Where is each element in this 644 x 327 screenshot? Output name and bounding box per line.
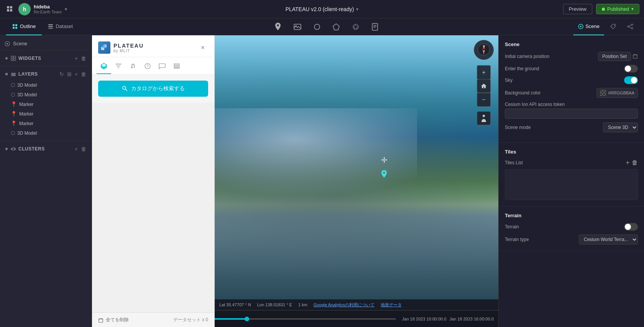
panel-tab-routing[interactable] <box>126 60 140 74</box>
document-tool-icon[interactable] <box>372 23 378 31</box>
tab-dataset[interactable]: Dataset <box>42 18 79 35</box>
layers-add-icon[interactable]: + <box>74 70 79 78</box>
panel-tab-help[interactable]: ? <box>140 60 155 74</box>
sidebar-clusters-header[interactable]: Clusters + 🗑 <box>0 143 92 155</box>
svg-rect-9 <box>48 26 53 27</box>
geo-link-analytics[interactable]: Google Analyticsの利用について <box>314 302 375 308</box>
panel-tab-layers[interactable] <box>97 60 111 74</box>
panel-tab-filters[interactable] <box>111 60 126 74</box>
layers-stack-icon[interactable]: ⊞ <box>66 70 72 78</box>
right-tab-share[interactable] <box>623 18 638 35</box>
svg-marker-14 <box>333 24 339 30</box>
tiles-list-actions: + 🗑 <box>626 159 638 166</box>
svg-point-13 <box>314 24 320 30</box>
search-catalog-label: カタログから検索する <box>131 85 185 92</box>
project-chevron-icon[interactable]: ▾ <box>356 7 358 12</box>
image-tool-icon[interactable] <box>294 24 301 30</box>
scene-section: Scene Initial camera position Position S… <box>499 35 644 143</box>
background-color-swatch[interactable]: #RRGGBBAA <box>596 88 638 98</box>
layer-item[interactable]: ⬡ 3D Model <box>0 128 92 138</box>
published-label: Published <box>607 6 629 12</box>
svg-rect-39 <box>14 56 16 58</box>
layer-item[interactable]: 📍 Marker <box>0 119 92 128</box>
cesium-ion-input[interactable] <box>505 109 638 119</box>
panel-close-button[interactable]: × <box>197 42 208 53</box>
preview-button[interactable]: Preview <box>563 4 592 14</box>
timeline-thumb[interactable] <box>245 317 249 321</box>
sidebar-widgets-header[interactable]: Widgets + 🗑 <box>0 52 92 64</box>
widgets-trash-icon[interactable]: 🗑 <box>80 54 87 62</box>
terrain-label: Terrain <box>505 224 519 230</box>
sky-toggle[interactable] <box>624 76 638 84</box>
map-area[interactable]: PLATEAU by MLIT × ? <box>92 35 498 327</box>
layer-item[interactable]: 📍 Marker <box>0 109 92 119</box>
sidebar-layers-header[interactable]: Layers ↻ ⊞ + 🗑 <box>0 68 92 80</box>
svg-rect-55 <box>174 64 179 65</box>
scene-mode-row: Scene mode Scene 3D <box>505 122 638 132</box>
sky-toggle-knob <box>631 77 637 83</box>
svg-rect-45 <box>11 75 16 76</box>
published-chevron-icon: ▾ <box>631 7 634 12</box>
crosshair: ✛ <box>381 155 388 165</box>
3d-model-icon: ⬡ <box>11 130 15 136</box>
user-chevron-icon[interactable]: ▾ <box>65 7 67 12</box>
cesium-ion-section: Cesium Ion API access token <box>505 102 638 119</box>
terrain-type-row: Terrain type Cesium World Terra... <box>505 235 638 244</box>
svg-rect-7 <box>15 27 17 29</box>
tiles-list-area <box>505 169 638 200</box>
compass-inner: N <box>478 43 490 57</box>
panel-tab-list[interactable] <box>169 60 184 74</box>
panel-tab-chat[interactable] <box>155 60 169 74</box>
enter-ground-toggle[interactable] <box>624 65 638 73</box>
delete-all-button[interactable]: 全てを削除 <box>98 317 129 323</box>
star-tool-icon[interactable] <box>352 23 360 31</box>
home-button[interactable] <box>477 79 491 93</box>
tiles-add-icon[interactable]: + <box>626 159 629 166</box>
svg-marker-42 <box>5 73 8 75</box>
layer-item[interactable]: ⬡ 3D Model <box>0 90 92 99</box>
svg-rect-8 <box>48 24 53 25</box>
geo-scale: 1 km <box>298 302 307 307</box>
initial-camera-trash-icon[interactable] <box>632 53 638 60</box>
position-set-button[interactable]: Position Set <box>598 52 631 61</box>
svg-point-18 <box>355 28 355 29</box>
svg-rect-3 <box>10 9 12 12</box>
terrain-toggle[interactable] <box>624 223 638 231</box>
secondary-nav: Outline Dataset Scene <box>0 18 644 35</box>
tab-dataset-label: Dataset <box>56 23 73 29</box>
terrain-type-select[interactable]: Cesium World Terra... <box>579 235 638 244</box>
published-button[interactable]: Published ▾ <box>596 4 639 14</box>
sky-row: Sky <box>505 76 638 84</box>
right-panel: Scene Initial camera position Position S… <box>498 35 644 327</box>
clusters-add-icon[interactable]: + <box>74 145 79 153</box>
sidebar-item-scene[interactable]: Scene <box>0 38 92 49</box>
layer-item[interactable]: ⬡ 3D Model <box>0 80 92 90</box>
initial-camera-label: Initial camera position <box>505 54 549 59</box>
zoom-out-button[interactable]: − <box>477 93 491 107</box>
circle-tool-icon[interactable] <box>314 23 320 30</box>
scene-mode-select[interactable]: Scene 3D <box>603 122 638 132</box>
layers-trash-icon[interactable]: 🗑 <box>80 70 87 78</box>
geo-link-terrain[interactable]: 地形データ <box>381 302 402 308</box>
layer-item[interactable]: 📍 Marker <box>0 99 92 109</box>
user-name: hideba <box>34 4 62 10</box>
clusters-trash-icon[interactable]: 🗑 <box>80 145 87 153</box>
compass[interactable]: N <box>474 40 494 60</box>
tab-outline[interactable]: Outline <box>6 18 42 35</box>
marker-tool-icon[interactable] <box>274 23 281 31</box>
marker-icon: 📍 <box>11 101 17 107</box>
person-view-button[interactable] <box>477 111 491 125</box>
svg-point-31 <box>631 28 633 29</box>
tiles-trash-icon[interactable]: 🗑 <box>632 159 638 166</box>
svg-point-68 <box>483 115 485 117</box>
right-tab-scene[interactable]: Scene <box>573 18 604 35</box>
widgets-add-icon[interactable]: + <box>74 54 79 62</box>
layers-refresh-icon[interactable]: ↻ <box>59 70 65 78</box>
pentagon-tool-icon[interactable] <box>333 23 340 30</box>
search-catalog-button[interactable]: カタログから検索する <box>98 81 208 97</box>
geo-info-bar: Lat 35.47707 ° N Lon 138.01831 ° E 1 km … <box>215 299 498 310</box>
zoom-in-button[interactable]: + <box>477 65 491 79</box>
enter-ground-row: Enter the ground <box>505 65 638 73</box>
grid-icon[interactable] <box>5 4 15 15</box>
right-tab-tags[interactable] <box>606 18 621 35</box>
